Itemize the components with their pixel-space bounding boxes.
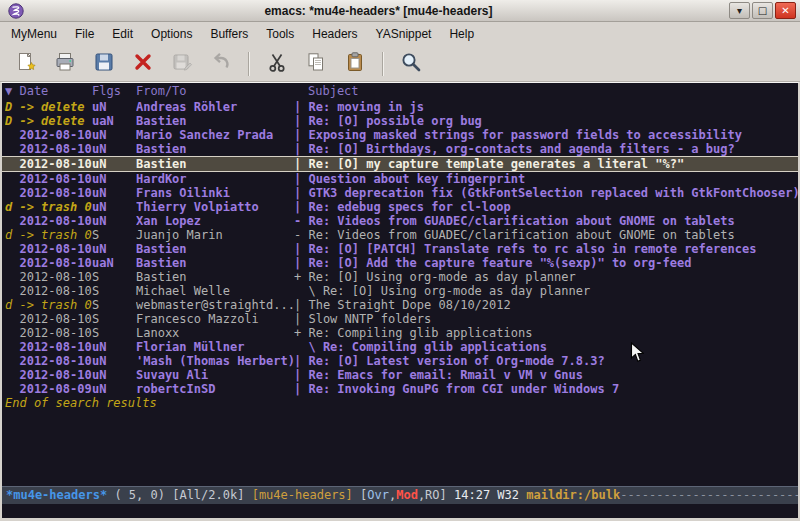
message-flags: uN: [92, 200, 136, 214]
message-date: 2012-08-10: [5, 284, 92, 298]
message-date: 2012-08-10: [5, 142, 92, 156]
message-date: 2012-08-10: [5, 354, 92, 368]
save-as-icon: [171, 51, 193, 76]
menu-item-headers[interactable]: Headers: [303, 23, 366, 45]
message-row[interactable]: 2012-08-10SMichael Welle \ Re: [O] Using…: [2, 284, 798, 298]
kill-buffer-button[interactable]: [125, 49, 161, 79]
message-row[interactable]: 2012-08-10uNFrans Oilinki| GTK3 deprecat…: [2, 186, 798, 200]
print-button[interactable]: [47, 49, 83, 79]
titlebar: emacs: *mu4e-headers* [mu4e-headers] ▾ □…: [0, 0, 800, 22]
message-row[interactable]: 2012-08-10SLanoxx+ Re: Compiling glib ap…: [2, 326, 798, 340]
message-flags: uaN: [92, 256, 136, 270]
frame-content: ▼ Date Flgs From/To Subject D -> deleteu…: [0, 82, 800, 521]
message-row[interactable]: 2012-08-10uNHardKor| Question about key …: [2, 172, 798, 186]
message-row[interactable]: 2012-08-10uNBastien| Re: [O] Birthdays, …: [2, 142, 798, 156]
message-from: 'Mash (Thomas Herbert): [136, 354, 294, 368]
message-date: 2012-08-10: [5, 312, 92, 326]
message-row[interactable]: d -> trash 0uNThierry Volpiatto| Re: ede…: [2, 200, 798, 214]
message-flags: uaN: [92, 114, 136, 128]
print-icon: [54, 51, 76, 76]
message-row[interactable]: d -> trash 0SJuanjo Marin- Re: Videos fr…: [2, 228, 798, 242]
menu-item-buffers[interactable]: Buffers: [201, 23, 257, 45]
message-subject: | The Straight Dope 08/10/2012: [294, 298, 798, 312]
message-subject: | Re: edebug specs for cl-loop: [294, 200, 798, 214]
message-subject: - Re: Videos from GUADEC/clarification a…: [294, 228, 798, 242]
message-from: Frans Oilinki: [136, 186, 294, 200]
message-row[interactable]: 2012-08-10SBastien+ Re: [O] Using org-mo…: [2, 270, 798, 284]
message-date: 2012-08-10: [5, 340, 92, 354]
message-row[interactable]: 2012-08-10uaNBastien| Re: [O] Add the ca…: [2, 256, 798, 270]
copy-button[interactable]: [298, 49, 334, 79]
message-row[interactable]: 2012-08-09uNrobertcInSD| Re: Invoking Gn…: [2, 382, 798, 396]
message-from: Xan Lopez: [136, 214, 294, 228]
new-file-button[interactable]: [8, 49, 44, 79]
message-subject: | Re: [O] possible org bug: [294, 114, 798, 128]
message-row[interactable]: D -> deleteuaNBastien| Re: [O] possible …: [2, 114, 798, 128]
message-flags: S: [92, 312, 136, 326]
modeline-buffer-name: *mu4e-headers*: [6, 488, 107, 502]
new-file-icon: [15, 51, 37, 76]
message-row[interactable]: 2012-08-10uNSuvayu Ali| Re: Emacs for em…: [2, 368, 798, 382]
message-from: Mario Sanchez Prada: [136, 128, 294, 142]
message-flags: uN: [92, 186, 136, 200]
message-from: Bastien: [136, 114, 294, 128]
maximize-button[interactable]: □: [752, 2, 773, 19]
message-subject: \ Re: Compiling glib applications: [294, 340, 798, 354]
modeline-strong: 14:27 W32: [454, 488, 526, 502]
message-subject: | Re: [O] Latest version of Org-mode 7.8…: [294, 354, 798, 368]
message-row[interactable]: D -> deleteuNAndreas Röhler| Re: moving …: [2, 100, 798, 114]
search-button[interactable]: [393, 49, 429, 79]
message-flags: uN: [92, 142, 136, 156]
message-flags: S: [92, 284, 136, 298]
save-icon: [93, 51, 115, 76]
save-as-button: [164, 49, 200, 79]
message-flags: S: [92, 270, 136, 284]
message-subject: | Re: [O] [PATCH] Translate refs to rc a…: [294, 242, 798, 256]
menu-item-edit[interactable]: Edit: [103, 23, 142, 45]
cut-button[interactable]: [259, 49, 295, 79]
message-row[interactable]: d -> trash 0Swebmaster@straightd...| The…: [2, 298, 798, 312]
message-date: 2012-08-10: [5, 214, 92, 228]
message-subject: + Re: Compiling glib applications: [294, 326, 798, 340]
close-button[interactable]: ✕: [775, 2, 796, 19]
menu-item-tools[interactable]: Tools: [257, 23, 303, 45]
cut-icon: [266, 51, 288, 76]
message-row[interactable]: 2012-08-10uNMario Sanchez Prada| Exposin…: [2, 128, 798, 142]
message-flags: uN: [92, 172, 136, 186]
message-subject: | Re: [O] Add the capture feature "%(sex…: [294, 256, 798, 270]
save-button[interactable]: [86, 49, 122, 79]
message-subject: | Re: Emacs for email: Rmail v VM v Gnus: [294, 368, 798, 382]
message-row[interactable]: 2012-08-10uNXan Lopez- Re: Videos from G…: [2, 214, 798, 228]
toolbar-separator: [248, 52, 250, 76]
message-from: Bastien: [136, 242, 294, 256]
message-flags: S: [92, 298, 136, 312]
paste-button[interactable]: [337, 49, 373, 79]
message-date: 2012-08-10: [5, 242, 92, 256]
message-date: 2012-08-10: [5, 270, 92, 284]
message-from: Florian Müllner: [136, 340, 294, 354]
message-subject: | Re: Invoking GnuPG from CGI under Wind…: [294, 382, 798, 396]
minimize-button[interactable]: ▾: [729, 2, 750, 19]
message-from: Lanoxx: [136, 326, 294, 340]
message-row[interactable]: 2012-08-10SFrancesco Mazzoli| Slow NNTP …: [2, 312, 798, 326]
message-subject: + Re: [O] Using org-mode as day planner: [294, 270, 798, 284]
window-title: emacs: *mu4e-headers* [mu4e-headers]: [28, 4, 729, 18]
menu-item-yasnippet[interactable]: YASnippet: [367, 23, 441, 45]
message-from: Bastien: [136, 157, 294, 171]
message-from: Michael Welle: [136, 284, 294, 298]
menu-item-mymenu[interactable]: MyMenu: [2, 23, 66, 45]
message-row[interactable]: 2012-08-10uNBastien| Re: [O] [PATCH] Tra…: [2, 242, 798, 256]
message-date: 2012-08-10: [5, 128, 92, 142]
menu-item-options[interactable]: Options: [142, 23, 201, 45]
mode-line[interactable]: *mu4e-headers* ( 5, 0) [All/2.0k] [mu4e-…: [2, 486, 798, 504]
message-from: Bastien: [136, 270, 294, 284]
modeline-plain: ( 5, 0) [All/2.0k]: [107, 488, 252, 502]
modeline-mode-name: [mu4e-headers]: [252, 488, 353, 502]
message-row[interactable]: 2012-08-10uNFlorian Müllner \ Re: Compil…: [2, 340, 798, 354]
menu-item-file[interactable]: File: [66, 23, 103, 45]
message-from: Francesco Mazzoli: [136, 312, 294, 326]
minibuffer[interactable]: [2, 504, 798, 518]
message-row-current[interactable]: 2012-08-10uNBastien| Re: [O] my capture …: [2, 156, 798, 172]
message-row[interactable]: 2012-08-10uN'Mash (Thomas Herbert)| Re: …: [2, 354, 798, 368]
menu-item-help[interactable]: Help: [440, 23, 483, 45]
